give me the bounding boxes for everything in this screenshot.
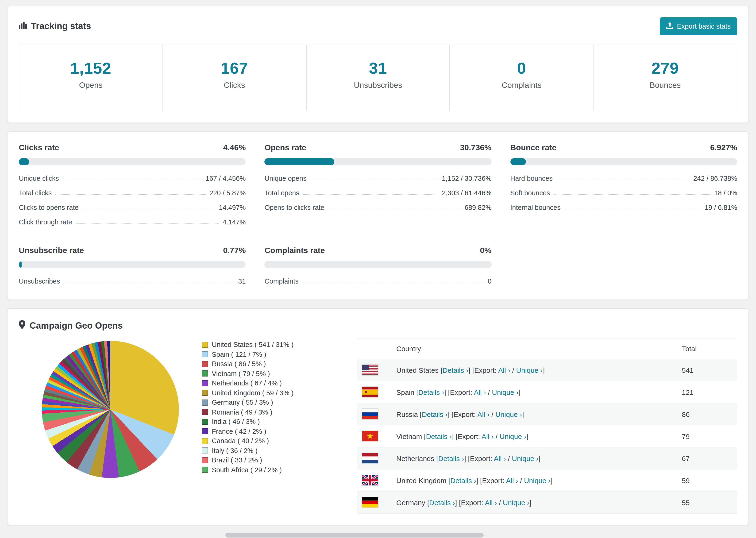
country-details-link[interactable]: Details › [426,432,452,440]
export-unique-link[interactable]: Unique › [495,410,522,418]
legend-item: Vietnam ( 79 / 5% ) [202,369,357,378]
legend-swatch [202,409,208,415]
rate-stat-row: Unique clicks167 / 4.456% [19,171,246,186]
country-details-link[interactable]: Details › [422,410,448,418]
geo-opens-title-text: Campaign Geo Opens [29,321,123,331]
rate-stat-value: 167 / 4.456% [206,174,246,182]
rate-value: 30.736% [460,143,491,153]
total-cell: 121 [677,383,737,401]
export-unique-link[interactable]: Unique › [516,366,543,374]
tracking-stats-card: Tracking stats Export basic stats 1,152O… [7,6,749,123]
rate-rows: Unique opens1,152 / 30.736%Total opens2,… [265,171,492,215]
legend-item: South Africa ( 29 / 2% ) [202,465,357,475]
flag-cell [357,425,392,447]
export-all-link[interactable]: All › [494,454,506,462]
country-details-link[interactable]: Details › [443,366,468,374]
rate-stat-label: Total opens [265,189,299,196]
nl-flag-icon [361,453,378,464]
rate-title: Bounce rate [510,143,557,153]
rate-panel-clicks-rate: Clicks rate4.46%Unique clicks167 / 4.456… [19,143,246,229]
export-label: Export: [474,366,497,374]
rate-stat-label: Unique opens [265,174,307,182]
geo-opens-card: Campaign Geo Opens United States ( 541 /… [7,308,749,525]
country-name: Russia [396,410,418,418]
legend-item: Netherlands ( 67 / 4% ) [202,378,357,388]
total-cell: 67 [677,449,737,467]
export-label: Export: [482,476,504,484]
summary-stat-value: 0 [450,59,593,78]
export-all-link[interactable]: All › [482,432,494,440]
country-name: United Kingdom [396,476,446,484]
export-all-link[interactable]: All › [498,366,511,374]
rate-stat-row: Unsubscribes31 [19,274,246,288]
de-flag-icon [361,497,378,508]
legend-swatch [202,351,208,357]
country-details-link[interactable]: Details › [418,388,444,396]
country-name: United States [396,366,439,374]
tracking-stats-title-text: Tracking stats [31,21,91,31]
dotted-leader [55,194,206,194]
country-name: Vietnam [396,432,422,440]
ru-flag-icon [361,408,378,420]
country-details-link[interactable]: Details › [450,476,476,484]
legend-item: Russia ( 86 / 5% ) [202,359,357,369]
rate-stat-value: 689.82% [465,203,492,211]
rate-stat-row: Internal bounces19 / 6.81% [510,200,737,215]
export-all-link[interactable]: All › [474,388,486,396]
export-unique-link[interactable]: Unique › [524,476,551,484]
legend-item: Romania ( 49 / 3% ) [202,407,357,417]
rate-value: 0.77% [223,246,245,255]
rate-stat-value: 220 / 5.87% [209,189,246,196]
dotted-leader [554,194,711,194]
rate-stat-value: 0 [488,277,491,285]
export-unique-link[interactable]: Unique › [503,498,529,506]
legend-label: United Kingdom ( 59 / 3% ) [212,388,294,398]
flag-cell [357,403,392,425]
legend-swatch [202,380,208,386]
export-unique-link[interactable]: Unique › [512,454,538,462]
flag-cell [357,492,392,513]
export-all-link[interactable]: All › [477,410,490,418]
geo-table-row: United Kingdom [Details ›] [Export: All … [357,469,737,492]
page: Tracking stats Export basic stats 1,152O… [0,0,756,538]
rate-stat-row: Unique opens1,152 / 30.736% [265,171,492,186]
rate-panel-opens-rate: Opens rate30.736%Unique opens1,152 / 30.… [265,143,492,215]
export-unique-link[interactable]: Unique › [500,432,526,440]
country-cell: Russia [Details ›] [Export: All › / Uniq… [392,405,677,423]
country-details-link[interactable]: Details › [429,498,455,506]
export-basic-stats-button[interactable]: Export basic stats [660,17,737,35]
rate-stat-value: 4.147% [223,218,245,226]
rate-stat-row: Total clicks220 / 5.87% [19,186,246,200]
rate-stat-value: 18 / 0% [714,189,737,196]
country-cell: Netherlands [Details ›] [Export: All › /… [392,449,677,467]
legend-item: Spain ( 121 / 7% ) [202,350,357,359]
horizontal-scrollbar-thumb[interactable] [225,533,484,538]
rate-stat-value: 31 [238,277,245,285]
legend-item: United States ( 541 / 31% ) [202,340,357,350]
export-all-link[interactable]: All › [506,476,518,484]
export-unique-link[interactable]: Unique › [492,388,518,396]
legend-swatch [202,390,208,396]
geo-table: CountryTotalUnited States [Details ›] [E… [357,338,737,513]
dotted-leader [303,194,438,194]
rate-title: Clicks rate [19,143,59,153]
geo-header-country: Country [392,339,677,359]
country-cell: Spain [Details ›] [Export: All › / Uniqu… [392,383,677,401]
legend-item: India ( 46 / 3% ) [202,417,357,426]
country-details-link[interactable]: Details › [438,454,464,462]
geo-pie-legend: United States ( 541 / 31% )Spain ( 121 /… [202,338,357,475]
rate-stat-value: 14.497% [219,203,246,211]
total-cell: 79 [677,427,737,445]
legend-item: Canada ( 40 / 2% ) [202,436,357,446]
legend-swatch [202,342,208,348]
export-all-link[interactable]: All › [485,498,497,506]
country-name: Spain [396,388,414,396]
rate-stat-label: Unique clicks [19,174,59,182]
flag-cell [357,359,392,381]
dotted-leader [310,180,438,180]
summary-stat-value: 167 [163,59,306,78]
legend-label: Germany ( 55 / 3% ) [212,398,273,407]
summary-stat-label: Clicks [163,81,306,90]
rate-progress-fill [19,158,29,165]
rate-progress-fill [510,158,526,165]
